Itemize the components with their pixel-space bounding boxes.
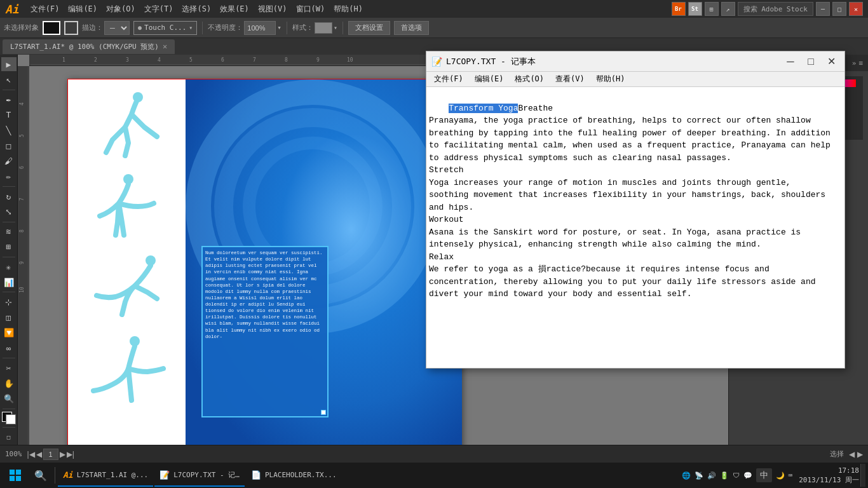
- select-tool[interactable]: ▶: [1, 57, 17, 71]
- page-number-input[interactable]: [43, 449, 58, 460]
- scissors-tool[interactable]: ✂: [1, 361, 17, 375]
- fill-color-box[interactable]: [43, 21, 60, 35]
- direct-select-tool[interactable]: ↖: [1, 72, 17, 86]
- np-menu-help[interactable]: 帮助(H): [591, 72, 630, 86]
- column-graph-tool[interactable]: 📊: [1, 275, 17, 289]
- notepad-maximize-button[interactable]: □: [803, 53, 819, 70]
- menu-window[interactable]: 窗口(W): [292, 3, 329, 16]
- np-menu-format[interactable]: 格式(O): [510, 72, 549, 86]
- panel-expand-icon[interactable]: »: [852, 59, 857, 67]
- system-clock[interactable]: 17:18 2013/11/13 周一: [799, 466, 859, 485]
- menu-text[interactable]: 文字(T): [140, 3, 177, 16]
- preferences-button[interactable]: 首选项: [394, 21, 429, 35]
- input-mode-icon[interactable]: 🌙: [776, 471, 785, 480]
- edge-icon[interactable]: 🌐: [682, 471, 691, 480]
- panel-menu-icon[interactable]: ≡: [858, 59, 863, 67]
- stroke-box[interactable]: [64, 21, 78, 35]
- stroke-select[interactable]: ─: [104, 21, 130, 35]
- next-artboard-button[interactable]: ▶: [857, 450, 863, 459]
- eyedropper-tool[interactable]: 🔽: [1, 326, 17, 340]
- menu-select[interactable]: 选择(S): [178, 3, 215, 16]
- clock-time: 17:18: [799, 466, 859, 475]
- notepad-text-area[interactable]: Transform YogaBreathe Pranayama, the yog…: [426, 87, 844, 368]
- menu-file[interactable]: 文件(F): [27, 3, 64, 16]
- mesh-tool[interactable]: ⊹: [1, 295, 17, 309]
- hand-tool[interactable]: ✋: [1, 377, 17, 391]
- close-icon[interactable]: ✕: [849, 2, 863, 16]
- line-tool[interactable]: ╲: [1, 123, 17, 137]
- chat-icon[interactable]: 💬: [743, 471, 752, 480]
- tab-close-button[interactable]: ✕: [163, 42, 167, 51]
- arrow-icon[interactable]: ↗: [721, 2, 735, 16]
- sound-icon[interactable]: 🔊: [707, 471, 716, 480]
- keyboard-icon[interactable]: ⌨: [789, 471, 793, 480]
- menu-view[interactable]: 视图(V): [254, 3, 291, 16]
- notepad-close-button[interactable]: ✕: [823, 53, 839, 70]
- svg-text:2: 2: [94, 57, 97, 63]
- pen-tool[interactable]: ✒: [1, 92, 17, 106]
- warp-tool[interactable]: ≋: [1, 224, 17, 238]
- divider-2: [287, 22, 287, 34]
- minimize-icon[interactable]: ─: [816, 2, 830, 16]
- search-stock[interactable]: 搜索 Adobe Stock: [738, 2, 813, 16]
- resize-handle[interactable]: [321, 410, 326, 415]
- active-tab[interactable]: L7START_1.AI* @ 100% (CMYK/GPU 预览) ✕: [3, 39, 175, 54]
- last-page-button[interactable]: ▶|: [67, 450, 74, 459]
- np-menu-view[interactable]: 查看(V): [550, 72, 590, 86]
- bridge-icon[interactable]: Br: [672, 2, 686, 16]
- style-label: 样式：: [292, 23, 313, 32]
- start-button[interactable]: [3, 464, 28, 487]
- maximize-icon[interactable]: □: [832, 2, 846, 16]
- touch-brush-button[interactable]: ● Touch C... ▾: [133, 21, 197, 35]
- style-arrow[interactable]: ▾: [334, 24, 337, 31]
- color-swatches[interactable]: [2, 412, 16, 424]
- gradient-tool[interactable]: ◫: [1, 311, 17, 325]
- network-icon[interactable]: 📡: [695, 471, 703, 480]
- taskbar-search-button[interactable]: 🔍: [29, 464, 52, 487]
- doc-settings-button[interactable]: 文档设置: [348, 21, 390, 35]
- no-selection-label: 未选择对象: [4, 23, 39, 32]
- opacity-input[interactable]: [244, 21, 276, 35]
- taskbar-placeholder-app[interactable]: 📄 PLACEHOLDER.TX...: [246, 464, 342, 487]
- stock-icon[interactable]: St: [688, 2, 702, 16]
- pencil-tool[interactable]: ✏: [1, 170, 17, 184]
- notepad-minimize-button[interactable]: ─: [782, 53, 799, 70]
- first-page-button[interactable]: |◀: [27, 450, 35, 459]
- np-menu-edit[interactable]: 编辑(E): [470, 72, 509, 86]
- search-label: 搜索 Adobe Stock: [743, 4, 808, 14]
- svg-text:7: 7: [253, 57, 256, 63]
- blend-tool[interactable]: ∞: [1, 341, 17, 355]
- taskbar-notepad-app[interactable]: 📝 L7COPY.TXT - 记…: [154, 464, 245, 487]
- prev-page-button[interactable]: ◀: [36, 450, 42, 459]
- symbol-tool[interactable]: ✳: [1, 260, 17, 274]
- paintbrush-tool[interactable]: 🖌: [1, 154, 17, 168]
- free-transform-tool[interactable]: ⊞: [1, 240, 17, 254]
- taskbar-ai-app[interactable]: Ai L7START_1.AI @...: [58, 464, 153, 487]
- prev-artboard-button[interactable]: ◀: [849, 450, 855, 459]
- background-color[interactable]: [6, 414, 16, 424]
- style-preview[interactable]: [315, 22, 332, 34]
- menu-object[interactable]: 对象(O): [102, 3, 139, 16]
- zoom-tool[interactable]: 🔍: [1, 392, 17, 406]
- rotate-tool[interactable]: ↻: [1, 189, 17, 203]
- tool-sep-6: [3, 358, 15, 358]
- next-page-button[interactable]: ▶: [60, 450, 65, 459]
- type-tool[interactable]: T: [1, 108, 17, 122]
- antivirus-icon[interactable]: 🛡: [733, 471, 740, 480]
- menu-effect[interactable]: 效果(E): [216, 3, 253, 16]
- np-menu-file[interactable]: 文件(F): [429, 72, 468, 86]
- show-desktop-button[interactable]: [860, 464, 865, 487]
- draw-mode-normal[interactable]: □: [1, 430, 17, 444]
- menu-edit[interactable]: 编辑(E): [64, 3, 101, 16]
- text-overlay-box[interactable]: Num doloreetum ver sequam ver suscipisti…: [201, 246, 329, 417]
- shape-tool[interactable]: □: [1, 139, 17, 152]
- status-mode-label: 选择: [830, 449, 844, 459]
- opacity-arrow[interactable]: ▾: [277, 24, 281, 32]
- yoga-pose-3: [74, 251, 176, 327]
- ime-indicator[interactable]: 中: [756, 468, 772, 482]
- scale-tool[interactable]: ⤡: [1, 205, 17, 219]
- battery-icon[interactable]: 🔋: [720, 471, 729, 480]
- menu-help[interactable]: 帮助(H): [330, 3, 367, 16]
- text-box-content: Num doloreetum ver sequam ver suscipisti…: [205, 250, 323, 339]
- grid-icon[interactable]: ⊞: [705, 2, 719, 16]
